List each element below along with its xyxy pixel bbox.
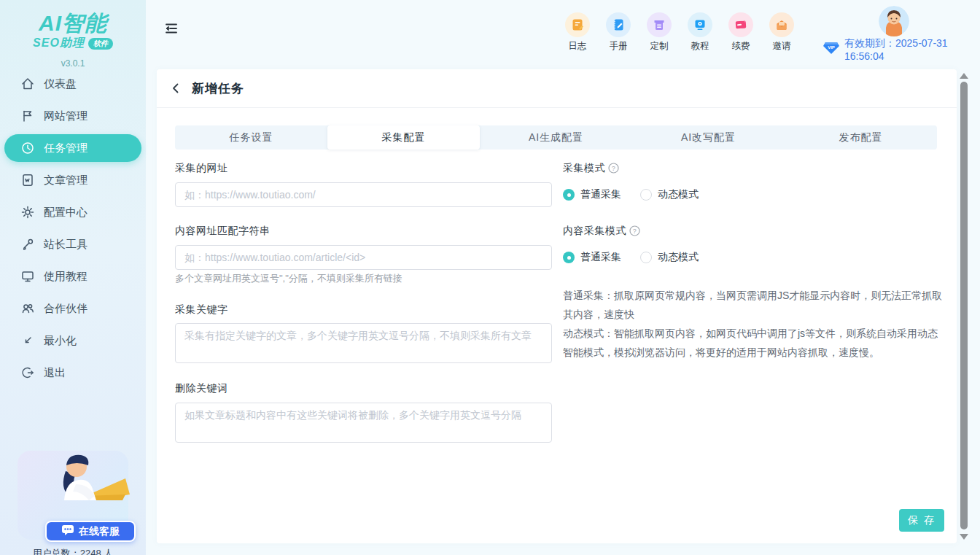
tab-ai-rewrite-config[interactable]: AI改写配置 (632, 125, 785, 150)
menu-fold-icon[interactable] (164, 21, 179, 36)
radio-label: 普通采集 (580, 188, 621, 201)
sidebar-item-label: 文章管理 (44, 174, 88, 187)
document-icon (20, 173, 35, 187)
content-url-match-input[interactable] (175, 245, 552, 270)
customer-service-illustration (44, 449, 131, 525)
quick-action-manual[interactable]: 手册 (598, 12, 639, 53)
vip-validity-text: 有效期到：2025-07-31 16:56:04 (844, 37, 980, 62)
renew-icon (728, 12, 753, 37)
radio-label: 动态模式 (658, 188, 699, 201)
radio-normal-collect[interactable]: 普通采集 (563, 188, 621, 201)
sidebar-item-minimize[interactable]: 最小化 (4, 327, 141, 354)
tutorial-icon (688, 12, 712, 37)
delete-keyword-label: 删除关键词 (175, 382, 228, 395)
scrollbar-up-arrow[interactable] (960, 73, 968, 79)
logout-icon (20, 365, 35, 380)
svg-text:?: ? (612, 165, 616, 172)
radio-label: 动态模式 (658, 251, 699, 264)
sidebar-item-label: 站长工具 (44, 238, 88, 252)
radio-normal-collect[interactable]: 普通采集 (563, 251, 621, 264)
people-icon (20, 301, 35, 316)
sidebar-item-label: 使用教程 (44, 270, 88, 284)
mode-description-dynamic: 动态模式：智能抓取网页内容，如网页代码中调用了js等文件，则系统自动采用动态智能… (563, 324, 944, 362)
sidebar-item-label: 网站管理 (44, 109, 88, 123)
sidebar-item-label: 合作伙伴 (44, 302, 88, 316)
sidebar-item-webmaster-tools[interactable]: 站长工具 (4, 230, 141, 258)
sidebar-item-partners[interactable]: 合作伙伴 (4, 295, 141, 322)
collect-mode-label-text: 采集模式 (563, 162, 605, 174)
tab-collect-config[interactable]: 采集配置 (327, 125, 480, 150)
config-tabs: 任务设置 采集配置 AI生成配置 AI改写配置 发布配置 (175, 125, 937, 150)
help-icon[interactable]: ? (629, 225, 640, 238)
collect-url-label: 采集的网址 (175, 162, 228, 175)
radio-selected-icon (563, 252, 575, 263)
logo-line1: AI智能 (0, 12, 146, 35)
customer-service-block: 在线客服 用户总数：2248 人 (0, 427, 146, 555)
quick-action-label: 续费 (720, 40, 761, 53)
quick-action-log[interactable]: 日志 (557, 12, 598, 53)
online-service-label: 在线客服 (79, 525, 120, 538)
home-icon (20, 77, 35, 91)
log-icon (565, 12, 590, 37)
mode-description: 普通采集：抓取原网页常规内容，当网页需调用JS才能显示内容时，则无法正常抓取其内… (563, 286, 944, 362)
save-button[interactable]: 保 存 (899, 509, 944, 532)
vip-icon: VIP (822, 42, 840, 58)
content-collect-mode-radio-group: 普通采集 动态模式 (563, 251, 699, 264)
wrench-icon (20, 237, 35, 252)
quick-action-invite[interactable]: 邀请 (761, 12, 802, 53)
vip-validity-row: VIP 有效期到：2025-07-31 16:56:04 (822, 37, 980, 62)
quick-action-renew[interactable]: 续费 (720, 12, 761, 53)
sidebar-item-tasks[interactable]: 任务管理 (4, 134, 141, 162)
customer-service-card: 在线客服 用户总数：2248 人 (18, 451, 128, 540)
quick-action-label: 日志 (557, 40, 598, 53)
quick-action-label: 定制 (639, 40, 680, 53)
radio-selected-icon (563, 189, 575, 201)
clock-icon (20, 141, 35, 155)
quick-action-custom[interactable]: 定制 (639, 12, 680, 53)
main-content-card: 新增任务 任务设置 采集配置 AI生成配置 AI改写配置 发布配置 采集的网址 … (157, 69, 957, 543)
minimize-icon (20, 333, 35, 348)
collect-keyword-textarea[interactable] (175, 323, 552, 363)
sidebar-item-label: 任务管理 (44, 141, 88, 155)
collect-keyword-label: 采集关键字 (175, 303, 228, 317)
chat-icon (61, 524, 74, 538)
radio-dynamic-mode[interactable]: 动态模式 (640, 188, 699, 201)
sidebar-item-websites[interactable]: 网站管理 (4, 102, 141, 130)
online-service-button[interactable]: 在线客服 (45, 521, 136, 542)
scrollbar-thumb[interactable] (960, 82, 968, 529)
custom-icon (647, 12, 672, 37)
svg-text:?: ? (633, 228, 637, 235)
radio-dynamic-mode[interactable]: 动态模式 (640, 251, 699, 264)
content-url-match-label: 内容网址匹配字符串 (175, 225, 271, 238)
radio-unselected-icon (640, 189, 652, 201)
svg-text:VIP: VIP (828, 45, 835, 50)
tab-ai-generate-config[interactable]: AI生成配置 (480, 125, 632, 150)
mode-description-normal: 普通采集：抓取原网页常规内容，当网页需调用JS才能显示内容时，则无法正常抓取其内… (563, 286, 944, 324)
sidebar-item-label: 退出 (44, 366, 66, 380)
scrollbar-down-arrow[interactable] (960, 534, 968, 540)
sidebar: AI智能 SEO助理 软件 v3.0.1 仪表盘 网站管理 任务管理 (0, 0, 146, 555)
user-avatar[interactable] (879, 6, 909, 36)
quick-action-tutorial[interactable]: 教程 (680, 12, 720, 53)
sidebar-item-config-center[interactable]: 配置中心 (4, 198, 141, 226)
tab-task-settings[interactable]: 任务设置 (175, 125, 327, 150)
sidebar-item-label: 配置中心 (44, 206, 88, 220)
content-collect-mode-label: 内容采集模式? (563, 225, 640, 238)
sidebar-item-logout[interactable]: 退出 (4, 359, 141, 387)
sidebar-item-dashboard[interactable]: 仪表盘 (4, 70, 141, 98)
sidebar-item-articles[interactable]: 文章管理 (4, 166, 141, 194)
top-header: 日志 手册 定制 教程 续费 邀请 VIP 有效期到： (146, 0, 980, 69)
monitor-icon (20, 269, 35, 284)
app-version: v3.0.1 (0, 58, 146, 69)
delete-keyword-textarea[interactable] (175, 403, 552, 443)
manual-icon (606, 12, 631, 37)
help-icon[interactable]: ? (608, 163, 619, 176)
sidebar-item-tutorials[interactable]: 使用教程 (4, 263, 141, 290)
logo-line2: SEO助理 (33, 36, 85, 51)
sidebar-item-label: 仪表盘 (44, 77, 77, 91)
back-button[interactable] (167, 79, 184, 97)
collect-mode-label: 采集模式? (563, 162, 619, 176)
tab-publish-config[interactable]: 发布配置 (785, 125, 937, 150)
collect-url-input[interactable] (175, 182, 552, 207)
app-logo: AI智能 SEO助理 软件 v3.0.1 (0, 0, 146, 69)
